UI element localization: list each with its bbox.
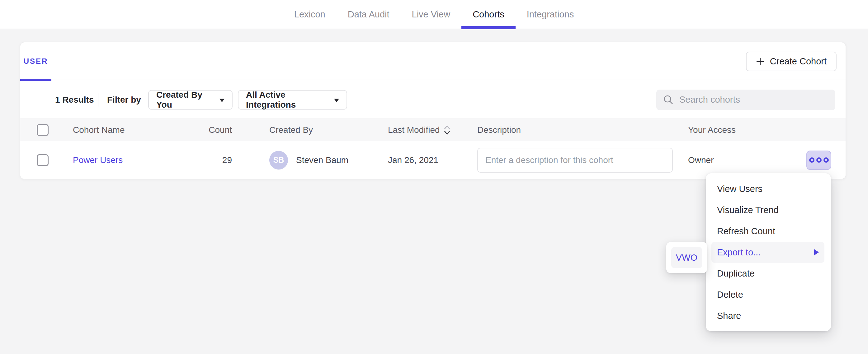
nav-tab-integrations[interactable]: Integrations [516,0,585,29]
table-header-row: Cohort Name Count Created By Last Modifi… [20,119,845,141]
nav-tab-cohorts[interactable]: Cohorts [461,0,516,29]
submenu-item-vwo[interactable]: VWO [671,247,702,268]
header-last-modified[interactable]: Last Modified [388,124,451,136]
row-more-actions-button[interactable] [806,151,831,170]
menu-item-export-to-label: Export to... [717,247,761,258]
avatar-initials: SB [273,156,284,165]
cohorts-panel: USER Create Cohort 1 Results Filter by C… [20,42,846,179]
description-input[interactable] [477,148,673,173]
search-cohorts-box [656,90,835,110]
search-cohorts-input[interactable] [679,95,829,105]
nav-tab-lexicon[interactable]: Lexicon [283,0,337,29]
create-cohort-label: Create Cohort [770,56,827,67]
last-modified-cell: Jan 26, 2021 [388,155,438,165]
created-by-dropdown[interactable]: Created By You [148,90,232,109]
avatar: SB [269,151,288,169]
created-by-dropdown-value: Created By You [156,90,215,110]
access-cell: Owner [688,155,714,165]
menu-item-duplicate[interactable]: Duplicate [706,263,831,284]
menu-item-view-users[interactable]: View Users [706,178,831,199]
creator-name: Steven Baum [296,155,348,165]
cohort-name-link[interactable]: Power Users [73,155,123,165]
results-count: 1 Results [55,95,94,105]
caret-down-icon [334,99,339,102]
panel-tab-bar: USER Create Cohort [20,42,845,80]
select-all-checkbox[interactable] [37,124,49,136]
export-submenu: VWO [666,242,707,273]
vertical-divider [98,93,98,107]
menu-item-refresh-count[interactable]: Refresh Count [706,221,831,242]
submenu-arrow-icon [814,249,819,255]
filter-by-label: Filter by [107,95,141,105]
nav-tab-live-view[interactable]: Live View [401,0,462,29]
header-description: Description [477,125,521,135]
header-count: Count [182,125,232,135]
more-icon [824,157,829,163]
tab-user-label: USER [24,57,48,66]
more-icon [809,157,814,163]
search-icon [663,95,674,105]
sort-icon[interactable] [444,124,451,136]
plus-icon [756,57,764,66]
filter-row: 1 Results Filter by Created By You All A… [20,81,845,119]
menu-item-delete[interactable]: Delete [706,284,831,305]
header-your-access: Your Access [688,125,736,135]
integrations-dropdown-value: All Active Integrations [246,90,329,110]
top-navigation: Lexicon Data Audit Live View Cohorts Int… [0,0,868,29]
header-last-modified-label: Last Modified [388,125,440,135]
header-created-by: Created By [269,125,313,135]
tab-user[interactable]: USER [20,42,51,80]
nav-tab-data-audit[interactable]: Data Audit [337,0,401,29]
more-icon [816,157,822,163]
creator-cell: SB Steven Baum [269,151,348,169]
row-checkbox[interactable] [37,154,49,166]
row-actions-menu: View Users Visualize Trend Refresh Count… [706,173,831,331]
menu-item-share[interactable]: Share [706,305,831,326]
menu-item-export-to[interactable]: Export to... [711,242,825,263]
cohort-count: 29 [182,155,232,165]
menu-item-visualize-trend[interactable]: Visualize Trend [706,199,831,221]
create-cohort-button[interactable]: Create Cohort [746,52,837,71]
header-cohort-name: Cohort Name [73,125,125,135]
integrations-dropdown[interactable]: All Active Integrations [238,90,347,109]
caret-down-icon [219,99,224,102]
